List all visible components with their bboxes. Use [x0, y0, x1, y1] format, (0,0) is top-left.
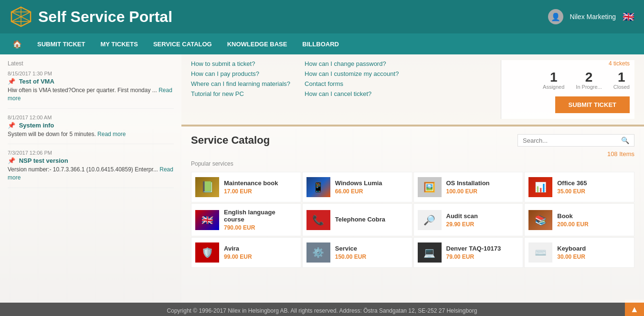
service-price-office365: 35.00 EUR	[557, 188, 630, 195]
service-name-os: OS Installation	[446, 179, 519, 187]
faq-link-2-4[interactable]: How can I cancel ticket?	[305, 90, 399, 97]
faq-col-1: How to submit a ticket? How can I pay pr…	[191, 60, 290, 119]
submit-ticket-button[interactable]: SUBMIT TICKET	[555, 96, 630, 113]
service-price-os: 100.00 EUR	[446, 188, 519, 195]
news-item-1: 8/15/2017 1:30 PM 📌 Test of VMA Hiw ofte…	[8, 71, 174, 109]
service-item-office365[interactable]: 📊 Office 365 35.00 EUR	[524, 172, 634, 202]
service-info-os: OS Installation 100.00 EUR	[446, 179, 519, 195]
news-date-2: 8/1/2017 12:00 AM	[8, 115, 174, 120]
service-item-avira[interactable]: 🛡️ Avira 99.00 EUR	[191, 237, 301, 268]
catalog-title: Service Catalog	[191, 134, 270, 147]
service-info-denver: Denver TAQ-10173 79.00 EUR	[446, 245, 519, 260]
service-item-keyboard[interactable]: ⌨️ Keyboard 30.00 EUR	[524, 237, 634, 268]
service-name-english: English language course	[224, 209, 297, 223]
service-price-windows: 66.00 EUR	[335, 188, 408, 195]
service-price-maintenance: 17.00 EUR	[224, 188, 297, 195]
news-body-2: System will be down for 5 minutes. Read …	[8, 130, 174, 138]
content-area: How to submit a ticket? How can I pay pr…	[181, 54, 644, 303]
service-item-audit[interactable]: 🔎 Audit scan 29.90 EUR	[413, 203, 524, 236]
service-item-telephone[interactable]: 📞 Telephone Cobra	[302, 203, 412, 236]
service-name-keyboard: Keyboard	[557, 245, 630, 252]
header: Self Service Portal 👤 Nilex Marketing 🇬🇧	[0, 0, 644, 33]
service-img-os: 🖼️	[418, 177, 442, 197]
service-price-avira: 99.00 EUR	[224, 253, 297, 260]
service-info-office365: Office 365 35.00 EUR	[557, 179, 630, 195]
faq-link-1-4[interactable]: Tutorial for new PC	[191, 90, 290, 97]
closed-label: Closed	[613, 84, 630, 90]
search-icon-button[interactable]: 🔍	[621, 137, 629, 144]
service-item-os[interactable]: 🖼️ OS Installation 100.00 EUR	[413, 172, 524, 202]
ticket-count-closed: 1 Closed	[613, 71, 630, 90]
service-item-denver[interactable]: 💻 Denver TAQ-10173 79.00 EUR	[413, 237, 524, 268]
faq-link-1-2[interactable]: How can I pay products?	[191, 70, 290, 77]
service-info-service: Service 150.00 EUR	[335, 245, 408, 260]
avatar: 👤	[548, 9, 563, 24]
service-price-english: 790.00 EUR	[224, 224, 297, 231]
news-item-3: 7/3/2017 12:06 PM 📌 NSP test version Ver…	[8, 150, 174, 188]
service-item-windows[interactable]: 📱 Windows Lumia 66.00 EUR	[302, 172, 412, 202]
service-name-avira: Avira	[224, 245, 297, 252]
service-img-denver: 💻	[418, 242, 442, 263]
popular-label: Popular services	[191, 160, 634, 167]
left-panel: Latest 8/15/2017 1:30 PM 📌 Test of VMA H…	[0, 54, 181, 303]
service-img-office365: 📊	[528, 177, 552, 197]
svg-line-6	[11, 17, 21, 21]
header-title: Self Service Portal	[38, 8, 172, 26]
news-item-2: 8/1/2017 12:00 AM 📌 System info System w…	[8, 115, 174, 145]
nav-home[interactable]: 🏠	[5, 34, 30, 54]
ticket-info-panel: 4 tickets 1 Assigned 2 In Progre... 1 Cl…	[501, 60, 634, 119]
latest-label: Latest	[8, 60, 174, 67]
service-img-audit: 🔎	[418, 210, 442, 230]
service-price-denver: 79.00 EUR	[446, 253, 519, 260]
svg-line-5	[21, 12, 31, 17]
faq-link-1-1[interactable]: How to submit a ticket?	[191, 60, 290, 67]
faq-link-2-2[interactable]: How can I customize my account?	[305, 70, 399, 77]
pin-icon-3: 📌	[8, 157, 15, 164]
knowledge-base-nav[interactable]: KNOWLEDGE BASE	[220, 35, 295, 53]
service-catalog-nav[interactable]: SERVICE CATALOG	[146, 35, 220, 53]
service-info-maintenance: Maintenance book 17.00 EUR	[224, 179, 297, 195]
news-body-3: Version number:- 10.7.3.366.1 (10.0.6415…	[8, 166, 174, 182]
service-name-audit: Audit scan	[446, 212, 519, 220]
service-price-book: 200.00 EUR	[557, 221, 630, 228]
ticket-counts-row: 1 Assigned 2 In Progre... 1 Closed	[511, 69, 634, 90]
services-grid: 📗 Maintenance book 17.00 EUR 📱 Windows L…	[191, 172, 634, 268]
service-img-telephone: 📞	[306, 210, 330, 230]
service-item-service[interactable]: ⚙️ Service 150.00 EUR	[302, 237, 412, 268]
faq-link-1-3[interactable]: Where can I find learning materials?	[191, 80, 290, 87]
service-info-audit: Audit scan 29.90 EUR	[446, 212, 519, 228]
faq-link-2-1[interactable]: How can I change password?	[305, 60, 399, 67]
my-tickets-nav[interactable]: MY TICKETS	[93, 35, 146, 53]
service-img-keyboard: ⌨️	[528, 242, 552, 263]
search-input[interactable]	[523, 137, 618, 144]
news-date-1: 8/15/2017 1:30 PM	[8, 71, 174, 76]
user-name: Nilex Marketing	[570, 13, 616, 21]
service-img-service: ⚙️	[306, 242, 330, 263]
service-item-book[interactable]: 📚 Book 200.00 EUR	[524, 203, 634, 236]
service-price-keyboard: 30.00 EUR	[557, 253, 630, 260]
service-img-avira: 🛡️	[195, 242, 219, 263]
assigned-number: 1	[543, 71, 564, 84]
service-item-maintenance[interactable]: 📗 Maintenance book 17.00 EUR	[191, 172, 301, 202]
service-item-english[interactable]: 🇬🇧 English language course 790.00 EUR	[191, 203, 301, 236]
service-name-telephone: Telephone Cobra	[335, 216, 408, 223]
top-content-row: How to submit a ticket? How can I pay pr…	[181, 54, 644, 125]
ticket-link-top[interactable]: 4 tickets	[511, 60, 634, 67]
inprogress-number: 2	[576, 71, 602, 84]
service-name-book: Book	[557, 212, 630, 220]
service-name-office365: Office 365	[557, 179, 630, 187]
read-more-2[interactable]: Read more	[97, 131, 126, 137]
service-name-maintenance: Maintenance book	[224, 179, 297, 187]
service-price-service: 150.00 EUR	[335, 253, 408, 260]
svg-line-4	[11, 12, 21, 17]
items-count: 108 Items	[191, 150, 634, 158]
service-img-windows: 📱	[306, 177, 330, 197]
news-body-1: Hiw often is VMA tested?Once per quarter…	[8, 86, 174, 103]
faq-link-2-3[interactable]: Contact forms	[305, 80, 399, 87]
news-date-3: 7/3/2017 12:06 PM	[8, 150, 174, 156]
service-info-avira: Avira 99.00 EUR	[224, 245, 297, 260]
submit-ticket-nav[interactable]: SUBMIT TICKET	[30, 35, 93, 53]
inprogress-label: In Progre...	[576, 84, 602, 90]
billboard-nav[interactable]: BILLBOARD	[295, 35, 347, 53]
catalog-search-box: 🔍	[517, 134, 634, 147]
